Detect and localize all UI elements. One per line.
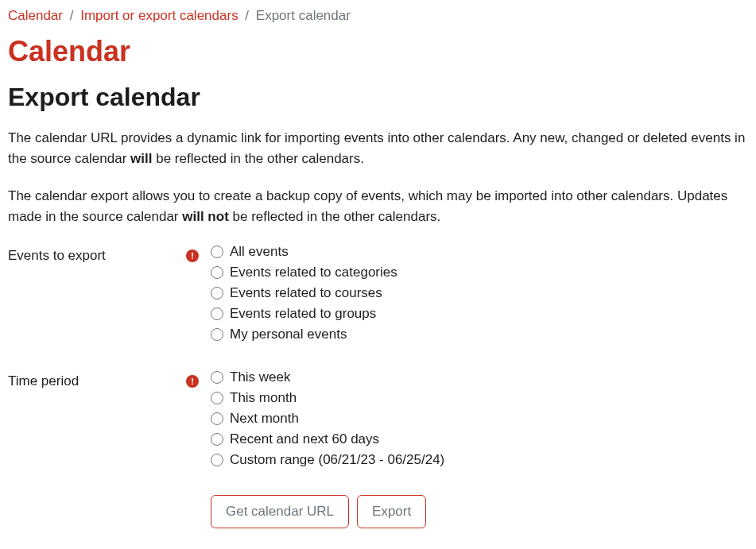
radio-label: Events related to categories <box>230 265 397 280</box>
radio-categories[interactable]: Events related to categories <box>211 265 748 280</box>
events-label: Events to export <box>8 248 106 264</box>
radio-courses[interactable]: Events related to courses <box>211 285 748 301</box>
events-label-col: Events to export ! <box>8 244 211 264</box>
radio-input-this-month[interactable] <box>211 392 223 404</box>
radio-input-next-month[interactable] <box>211 412 223 425</box>
required-icon: ! <box>186 249 199 262</box>
radio-custom-range[interactable]: Custom range (06/21/23 - 06/25/24) <box>211 452 748 468</box>
radio-personal[interactable]: My personal events <box>211 327 748 342</box>
radio-this-week[interactable]: This week <box>211 369 748 385</box>
section-title: Export calendar <box>8 83 748 112</box>
radio-groups[interactable]: Events related to groups <box>211 306 748 322</box>
description-url: The calendar URL provides a dynamic link… <box>8 128 748 168</box>
radio-next-month[interactable]: Next month <box>211 411 748 427</box>
radio-label: Events related to groups <box>230 306 376 322</box>
breadcrumb-current: Export calendar <box>256 8 351 23</box>
period-options: This week This month Next month Recent a… <box>211 369 748 473</box>
radio-input-all-events[interactable] <box>211 246 223 258</box>
breadcrumb-separator: / <box>70 8 74 23</box>
radio-input-courses[interactable] <box>211 287 223 300</box>
radio-label: Recent and next 60 days <box>230 431 379 447</box>
radio-label: Custom range (06/21/23 - 06/25/24) <box>230 452 444 468</box>
events-to-export-row: Events to export ! All events Events rel… <box>8 244 748 347</box>
radio-label: Next month <box>230 411 299 427</box>
period-label: Time period <box>8 373 79 389</box>
radio-label: This week <box>230 369 291 385</box>
radio-label: All events <box>230 244 289 260</box>
radio-input-categories[interactable] <box>211 266 223 279</box>
breadcrumb: Calendar / Import or export calendars / … <box>8 8 748 24</box>
period-label-col: Time period ! <box>8 369 211 389</box>
button-row: Get calendar URL Export <box>211 495 748 528</box>
radio-60-days[interactable]: Recent and next 60 days <box>211 431 748 447</box>
radio-input-groups[interactable] <box>211 307 223 320</box>
get-calendar-url-button[interactable]: Get calendar URL <box>211 495 349 528</box>
radio-input-custom-range[interactable] <box>211 454 223 466</box>
export-button[interactable]: Export <box>357 495 426 528</box>
radio-all-events[interactable]: All events <box>211 244 748 260</box>
breadcrumb-calendar[interactable]: Calendar <box>8 8 63 23</box>
time-period-row: Time period ! This week This month Next … <box>8 369 748 473</box>
breadcrumb-import-export[interactable]: Import or export calendars <box>80 8 238 23</box>
radio-input-this-week[interactable] <box>211 371 223 384</box>
radio-this-month[interactable]: This month <box>211 390 748 406</box>
description-export: The calendar export allows you to create… <box>8 186 748 226</box>
radio-label: My personal events <box>230 327 347 342</box>
radio-input-personal[interactable] <box>211 328 223 341</box>
page-title: Calendar <box>8 35 748 68</box>
required-icon: ! <box>186 375 199 388</box>
radio-label: Events related to courses <box>230 285 382 301</box>
breadcrumb-separator: / <box>245 8 249 23</box>
radio-label: This month <box>230 390 297 406</box>
events-options: All events Events related to categories … <box>211 244 748 347</box>
radio-input-60-days[interactable] <box>211 433 223 446</box>
